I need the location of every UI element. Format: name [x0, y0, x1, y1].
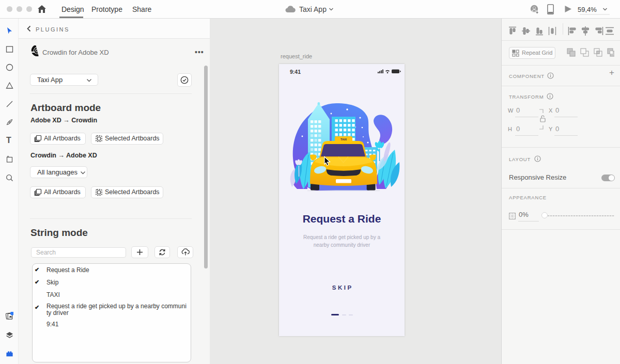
svg-text:TAXI: TAXI [340, 138, 347, 141]
